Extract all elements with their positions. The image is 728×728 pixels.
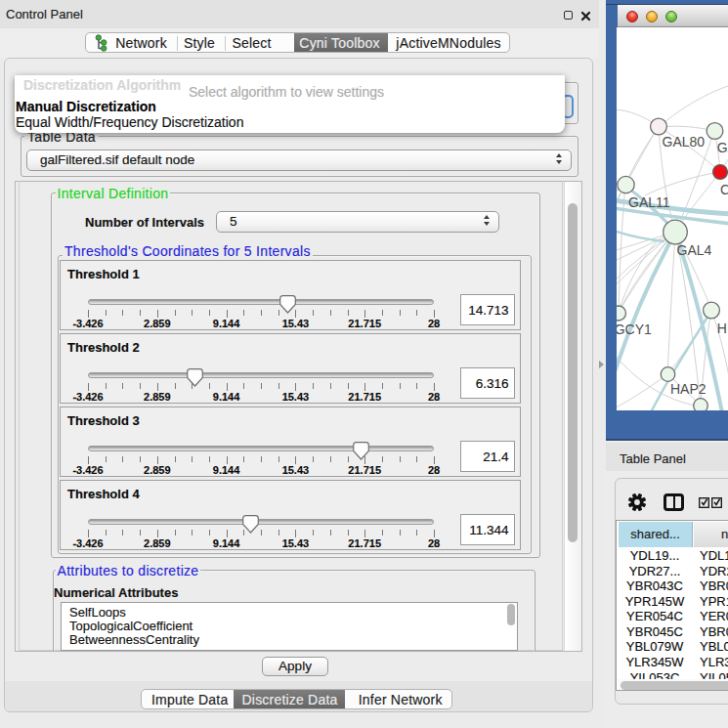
svg-text:C: C xyxy=(720,182,728,197)
svg-text:GCY1: GCY1 xyxy=(617,321,652,337)
svg-text:GAL4: GAL4 xyxy=(677,242,712,258)
svg-text:GAL11: GAL11 xyxy=(628,194,670,210)
svg-text:HAP2: HAP2 xyxy=(670,381,707,397)
svg-text:HIS: HIS xyxy=(717,321,728,336)
svg-text:GA: GA xyxy=(717,140,728,155)
svg-text:GAL80: GAL80 xyxy=(663,134,706,150)
